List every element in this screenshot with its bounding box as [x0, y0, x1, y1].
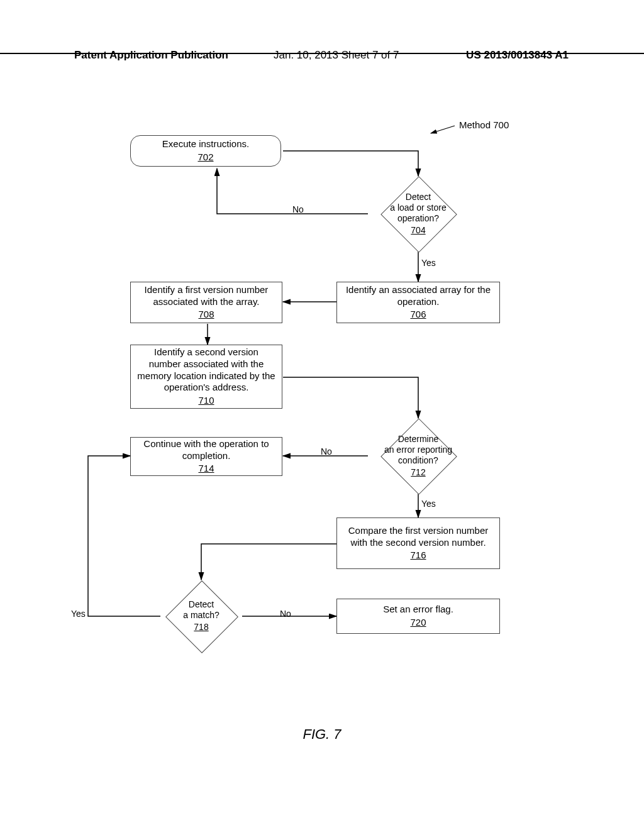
step-706: Identify an associated array for the ope…: [336, 282, 500, 323]
edge-yes: Yes: [71, 609, 86, 619]
header-right: US 2013/0013843 A1: [466, 49, 569, 62]
connectors: [72, 132, 563, 729]
header-mid: Jan. 10, 2013 Sheet 7 of 7: [274, 49, 399, 62]
step-ref: 716: [410, 550, 426, 562]
step-ref: 710: [198, 395, 214, 407]
page: Patent Application Publication Jan. 10, …: [0, 0, 644, 830]
diamond-line: a load or store: [390, 202, 447, 213]
diamond-line: condition?: [398, 455, 438, 466]
page-header: Patent Application Publication Jan. 10, …: [0, 49, 644, 54]
step-710: Identify a second version number associa…: [130, 345, 282, 409]
diamond-line: operation?: [397, 213, 439, 224]
edge-yes: Yes: [421, 499, 436, 509]
edge-yes: Yes: [421, 258, 436, 268]
step-714: Continue with the operation to completio…: [130, 437, 282, 476]
step-text: Continue with the operation to completio…: [137, 438, 275, 462]
step-text: Execute instructions.: [162, 138, 249, 150]
edge-no: No: [280, 609, 291, 619]
figure-caption: FIG. 7: [0, 726, 644, 743]
diamond-line: Determine: [398, 434, 439, 445]
step-ref: 714: [198, 463, 214, 475]
diamond-line: Detect: [406, 192, 431, 202]
diamond-line: a match?: [183, 610, 219, 621]
step-ref: 720: [410, 617, 426, 629]
step-text: Identify a first version number associat…: [137, 284, 275, 308]
step-708: Identify a first version number associat…: [130, 282, 282, 323]
edge-no: No: [321, 446, 332, 456]
edge-no: No: [292, 204, 304, 214]
diamond-ref: 704: [411, 225, 425, 236]
step-720: Set an error flag. 720: [336, 599, 500, 634]
step-text: Identify an associated array for the ope…: [343, 284, 493, 308]
decision-704: Detect a load or store operation? 704: [368, 176, 469, 252]
diamond-ref: 718: [194, 622, 208, 633]
step-text: Compare the first version number with th…: [343, 525, 493, 549]
diamond-line: an error reporting: [384, 445, 452, 455]
diamond-line: Detect: [189, 599, 214, 610]
step-text: Set an error flag.: [383, 604, 453, 616]
step-text: Identify a second version number associa…: [137, 346, 275, 394]
step-ref: 708: [198, 309, 214, 321]
decision-718: Detect a match? 718: [157, 580, 245, 652]
header-left: Patent Application Publication: [74, 49, 228, 62]
flowchart: Method 700 Execute instructions. 702 Det…: [72, 132, 563, 729]
step-716: Compare the first version number with th…: [336, 517, 500, 569]
diamond-ref: 712: [411, 467, 425, 478]
step-ref: 702: [197, 152, 213, 163]
step-ref: 706: [410, 309, 426, 321]
method-label: Method 700: [459, 119, 509, 130]
decision-712: Determine an error reporting condition? …: [368, 418, 469, 494]
step-702: Execute instructions. 702: [130, 135, 281, 167]
